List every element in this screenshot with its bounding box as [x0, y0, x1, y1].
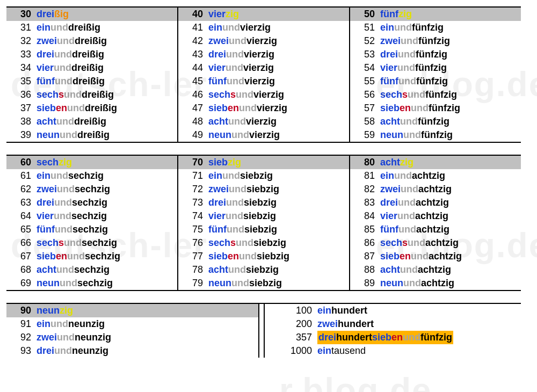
number-value: 73 — [178, 196, 208, 209]
number-word: achtundvierzig — [208, 115, 349, 128]
number-row: 62 zweiundsechzig — [6, 183, 177, 196]
word-segment: sieb — [208, 157, 228, 168]
word-segment: ein — [37, 318, 50, 329]
number-row: 56 sechsundfünfzig — [350, 88, 521, 101]
number-value: 32 — [6, 34, 37, 48]
number-row: 66 sechsundsechzig — [6, 236, 177, 250]
number-row: 82 zweiundachtzig — [350, 183, 521, 196]
word-segment: und — [50, 318, 68, 329]
word-segment: und — [403, 278, 421, 288]
number-word: dreiundachtzig — [380, 196, 521, 209]
word-segment: dreißig — [72, 49, 104, 60]
number-value: 58 — [350, 115, 380, 128]
number-value: 54 — [350, 61, 380, 75]
word-segment: und — [54, 210, 71, 221]
word-segment: und — [56, 116, 74, 127]
number-word: dreiundsechzig — [37, 196, 177, 209]
number-word: siebenundfünfzig — [380, 101, 521, 115]
word-segment: fünf — [37, 224, 55, 235]
number-row: 36 sechsunddreißig — [6, 88, 177, 101]
number-row: 42 zweiundvierzig — [178, 34, 349, 48]
word-segment: und — [226, 210, 243, 221]
word-segment: achtzig — [416, 197, 449, 208]
word-segment: fünf — [37, 76, 55, 86]
word-segment: und — [239, 103, 257, 113]
number-row: 53 dreiundfünfzig — [350, 48, 521, 61]
number-word: siebenundvierzig — [208, 101, 349, 115]
word-segment: und — [239, 251, 257, 262]
number-value: 91 — [6, 317, 37, 331]
number-value: 88 — [350, 263, 380, 277]
word-segment: vierzig — [243, 62, 274, 73]
number-row: 43 dreiundvierzig — [178, 48, 349, 61]
word-segment: sechzig — [68, 170, 104, 181]
number-row: 51 einundfünfzig — [350, 21, 521, 34]
word-segment: neunzig — [68, 318, 105, 329]
number-row: 52 zweiundfünfzig — [350, 34, 521, 48]
word-segment: en — [400, 103, 411, 113]
word-segment: und — [222, 170, 240, 181]
word-segment: und — [401, 184, 418, 194]
number-row: 77 siebenundsiebzig — [178, 250, 349, 263]
word-segment: und — [226, 49, 244, 60]
word-segment: ein — [380, 170, 394, 181]
tens-column: 60 sechzig 61 einundsechzig 62 zweiundse… — [6, 156, 177, 290]
number-word: einundsechzig — [37, 169, 177, 183]
number-row: 59 neunundfünfzig — [350, 128, 521, 142]
word-segment: zwei — [380, 184, 401, 194]
word-segment: achtzig — [421, 278, 454, 288]
word-segment: und — [55, 76, 72, 86]
word-segment: vier — [380, 210, 397, 221]
tens-header: 50 fünfzig — [350, 8, 521, 21]
word-segment: und — [57, 184, 75, 194]
word-segment: sech — [208, 237, 230, 248]
number-word: dreiundfünfzig — [380, 48, 521, 61]
word-segment: zig — [60, 305, 73, 316]
number-row: 93 dreiundneunzig — [6, 344, 258, 358]
hundred-number: 100 — [269, 304, 317, 317]
word-segment: und — [398, 76, 416, 86]
number-word: achtundachtzig — [380, 263, 521, 277]
number-word: zweiundsechzig — [37, 183, 177, 196]
tens-number: 90 — [6, 304, 37, 317]
word-segment: vierzig — [240, 22, 271, 33]
number-word: fünfundvierzig — [208, 75, 349, 88]
tens-number: 50 — [350, 8, 380, 21]
number-word: neunundachtzig — [380, 277, 521, 290]
number-value: 47 — [178, 101, 208, 115]
number-word: siebenunddreißig — [37, 101, 177, 115]
number-value: 42 — [178, 34, 208, 48]
word-segment: fünfzig — [418, 116, 449, 127]
number-word: zweiundfünfzig — [380, 34, 521, 48]
number-word: einundfünfzig — [380, 21, 521, 34]
word-segment: dreißig — [85, 103, 117, 113]
word-segment: sechzig — [72, 224, 108, 235]
word-segment: sechzig — [85, 251, 120, 262]
word-segment: fünfzig — [429, 103, 460, 113]
word-segment: und — [229, 35, 246, 46]
hundred-row: 357 dreihundertsiebenundfünfzig — [269, 331, 521, 344]
word-segment: siebzig — [246, 264, 279, 275]
word-segment: acht — [37, 264, 56, 275]
word-segment: sech — [208, 89, 230, 100]
word-segment: vierzig — [257, 103, 287, 113]
tens-header: 40 vierzig — [178, 8, 349, 21]
tens-header: 80 achtzig — [350, 156, 521, 169]
word-segment: und — [236, 237, 253, 248]
hundred-word: zweihundert — [317, 317, 521, 331]
word-segment: s — [230, 237, 236, 248]
word-segment: drei — [208, 49, 226, 60]
number-word: vierundsechzig — [37, 209, 177, 223]
word-segment: achtzig — [429, 251, 462, 262]
word-segment: vier — [208, 9, 226, 19]
word-segment: sieb — [37, 251, 56, 262]
word-segment: drei — [208, 197, 226, 208]
word-segment: und — [54, 62, 71, 73]
number-word: siebenundachtzig — [380, 250, 521, 263]
tens-column: 30 dreißig 31 einunddreißig 32 zweiunddr… — [6, 8, 177, 142]
word-segment: achtzig — [425, 237, 459, 248]
number-row: 31 einunddreißig — [6, 21, 177, 34]
number-row: 75 fünfundsiebzig — [178, 223, 349, 236]
word-segment: und — [54, 49, 72, 60]
word-segment: und — [228, 264, 246, 275]
